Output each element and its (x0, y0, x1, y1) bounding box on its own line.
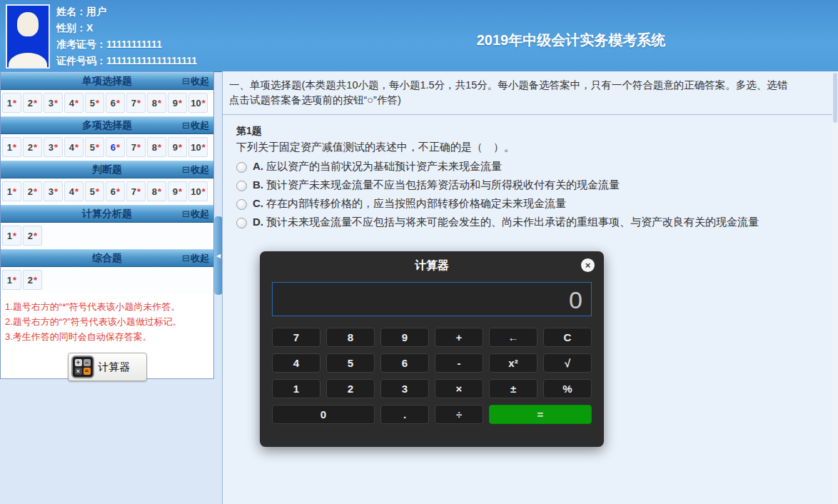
question-tile-number: 5 (90, 186, 95, 197)
option-row-a[interactable]: A. 应以资产的当前状况为基础预计资产未来现金流量 (236, 160, 829, 173)
calc-key-0[interactable]: 0 (272, 405, 375, 424)
collapse-toggle[interactable]: ⊟收起 (182, 206, 209, 222)
calc-key--[interactable]: - (435, 353, 483, 373)
calc-key-2[interactable]: 2 (326, 379, 375, 398)
question-tile[interactable]: 8* (147, 93, 166, 113)
question-tile-number: 8 (152, 142, 157, 153)
collapse-toggle[interactable]: ⊟收起 (182, 250, 209, 266)
question-tile[interactable]: 7* (126, 181, 146, 201)
question-tile[interactable]: 1* (2, 181, 21, 201)
calc-key-8[interactable]: 8 (326, 328, 375, 347)
scrollbar[interactable] (832, 71, 838, 504)
question-tile[interactable]: 4* (64, 93, 84, 113)
question-tile-number: 2 (28, 275, 33, 286)
radio-icon[interactable] (236, 218, 247, 228)
option-row-b[interactable]: B. 预计资产未来现金流量不应当包括筹资活动和与所得税收付有关的现金流量 (236, 178, 829, 192)
question-tile[interactable]: 3* (44, 137, 63, 157)
collapse-toggle[interactable]: ⊟收起 (182, 117, 209, 133)
question-tile[interactable]: 8* (147, 181, 166, 201)
unanswered-star: * (202, 186, 206, 197)
calc-key-×[interactable]: × (435, 379, 483, 398)
calculator-button[interactable]: + − × = 计算器 (68, 353, 147, 381)
unanswered-star: * (178, 98, 182, 109)
option-key: D. (253, 216, 263, 228)
question-block: 第1题 下列关于固定资产减值测试的表述中，不正确的是（ ）。 A. 应以资产的当… (223, 115, 838, 229)
question-tile[interactable]: 10* (188, 137, 208, 157)
option-row-c[interactable]: C. 存在内部转移价格的，应当按照内部转移价格确定未来现金流量 (236, 197, 829, 211)
collapse-toggle[interactable]: ⊟收起 (182, 73, 209, 89)
radio-icon[interactable] (236, 181, 247, 191)
question-tile[interactable]: 1* (2, 137, 21, 157)
question-tile[interactable]: 1* (2, 93, 21, 113)
question-tile[interactable]: 5* (85, 181, 104, 201)
scrollbar-thumb[interactable] (833, 73, 837, 123)
question-tile-number: 2 (28, 98, 33, 109)
section-header-true-false: 判断题 ⊟收起 (1, 161, 213, 178)
calc-key-6[interactable]: 6 (380, 353, 429, 373)
question-tile[interactable]: 9* (168, 93, 187, 113)
close-icon[interactable]: × (581, 258, 595, 272)
calc-key-7[interactable]: 7 (272, 328, 320, 347)
option-text: 存在内部转移价格的，应当按照内部转移价格确定未来现金流量 (266, 197, 566, 211)
question-tile[interactable]: 3* (44, 93, 63, 113)
question-tile[interactable]: 4* (64, 137, 84, 157)
calc-key-4[interactable]: 4 (272, 353, 320, 373)
question-tile[interactable]: 3* (44, 181, 63, 201)
question-tile[interactable]: 6* (106, 181, 125, 201)
unanswered-star: * (13, 98, 16, 109)
radio-icon[interactable] (236, 162, 247, 173)
question-tile[interactable]: 10* (188, 181, 208, 201)
calc-key-C[interactable]: C (543, 328, 592, 347)
calc-key-.[interactable]: . (380, 405, 429, 424)
question-tile[interactable]: 2* (23, 137, 42, 157)
calculator-icon: + − × = (71, 356, 94, 378)
section-header-single-choice: 单项选择题 ⊟收起 (1, 72, 213, 90)
calc-key-9[interactable]: 9 (380, 328, 429, 347)
calculator-display: 0 (272, 282, 592, 316)
question-tile-number: 7 (131, 186, 136, 197)
calc-key-%[interactable]: % (543, 379, 592, 398)
calc-key-←[interactable]: ← (489, 328, 537, 347)
question-tile[interactable]: 8* (147, 137, 166, 157)
unanswered-star: * (54, 98, 58, 109)
question-tile[interactable]: 1* (2, 270, 21, 290)
question-tile[interactable]: 2* (23, 181, 42, 201)
calculator-button-label: 计算器 (99, 361, 131, 374)
instructions-line-2: 点击试题答案备选项前的按钮“○”作答) (229, 93, 834, 108)
question-tile-number: 9 (173, 142, 178, 153)
calc-key-x²[interactable]: x² (489, 353, 537, 373)
question-tile-number: 5 (90, 98, 95, 109)
question-tile[interactable]: 5* (85, 93, 104, 113)
question-tile[interactable]: 4* (64, 181, 84, 201)
question-tile[interactable]: 9* (168, 181, 187, 201)
unanswered-star: * (116, 98, 120, 109)
question-tile[interactable]: 5* (85, 137, 104, 157)
question-tile-number: 8 (152, 186, 157, 197)
calc-key-+[interactable]: + (435, 328, 483, 347)
question-tile[interactable]: 9* (168, 137, 187, 157)
calc-key-±[interactable]: ± (489, 379, 537, 398)
question-tile-number: 3 (49, 142, 54, 153)
header-bar: 姓名：用户 性别：X 准考证号：11111111111 证件号码：1111111… (0, 0, 838, 72)
unanswered-star: * (13, 186, 16, 197)
calc-key-3[interactable]: 3 (380, 379, 429, 398)
collapse-toggle[interactable]: ⊟收起 (182, 161, 209, 178)
option-row-d[interactable]: D. 预计未来现金流量不应包括与将来可能会发生的、尚未作出承诺的重组事项、与资产… (236, 216, 829, 229)
calc-key-1[interactable]: 1 (272, 379, 320, 398)
unanswered-star: * (158, 186, 161, 197)
calc-key-=[interactable]: = (489, 405, 592, 424)
radio-icon[interactable] (236, 199, 247, 210)
question-tile[interactable]: 7* (126, 137, 146, 157)
question-tile[interactable]: 2* (23, 270, 42, 290)
question-tile[interactable]: 2* (23, 226, 42, 246)
option-key: C. (253, 197, 263, 209)
question-tile[interactable]: 10* (188, 93, 208, 113)
question-tile[interactable]: 2* (23, 93, 42, 113)
question-tile[interactable]: 6* (106, 93, 125, 113)
calc-key-5[interactable]: 5 (326, 353, 375, 373)
calc-key-÷[interactable]: ÷ (435, 405, 483, 424)
question-tile[interactable]: 1* (2, 226, 21, 246)
question-tile[interactable]: 6* (106, 137, 125, 157)
calc-key-√[interactable]: √ (543, 353, 592, 373)
question-tile[interactable]: 7* (126, 93, 146, 113)
